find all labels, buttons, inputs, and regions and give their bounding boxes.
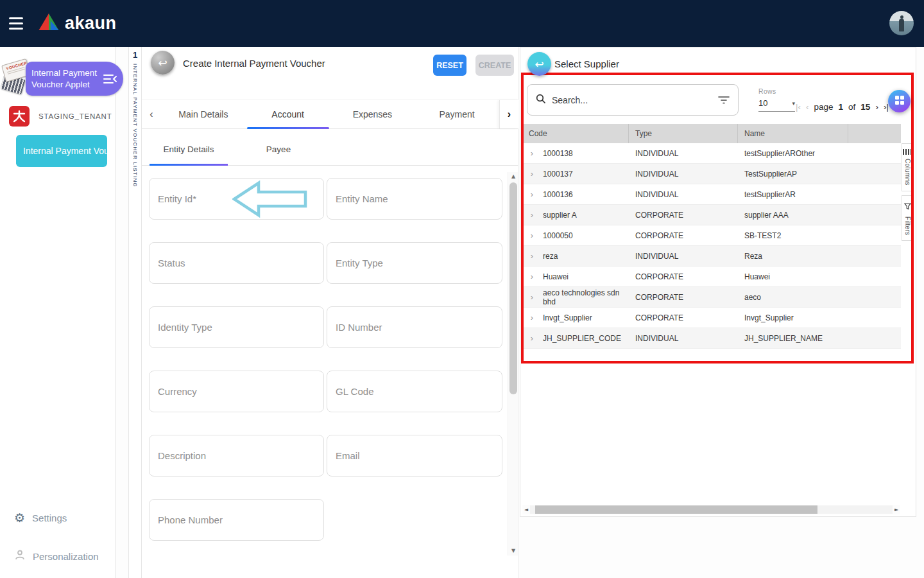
scroll-down-icon[interactable]: ▼ <box>508 547 518 556</box>
menu-icon[interactable] <box>9 17 23 30</box>
supplier-code: supplier A <box>543 211 629 220</box>
field-description[interactable]: Description <box>149 435 324 477</box>
tab-account[interactable]: Account <box>246 100 330 128</box>
columns-side-tab[interactable]: Columns <box>902 143 913 191</box>
next-page-icon[interactable]: › <box>875 102 878 112</box>
row-expand-icon[interactable]: › <box>521 148 543 158</box>
field-entity-name[interactable]: Entity Name <box>327 178 502 220</box>
listing-button[interactable]: Internal Payment Vouc <box>16 135 107 167</box>
tab-main-details[interactable]: Main Details <box>161 100 246 128</box>
brand-text: akaun <box>65 13 117 33</box>
supplier-row[interactable]: › 1000137 INDIVIDUAL TestSupplierAP <box>521 164 901 184</box>
supplier-name: aeco <box>738 293 848 302</box>
page-tab-number: 1 <box>129 47 141 60</box>
supplier-row[interactable]: › Invgt_Supplier CORPORATE Invgt_Supplie… <box>521 308 901 328</box>
pagination: |‹ ‹ page 1 of 15 › ›| <box>796 102 889 112</box>
row-expand-icon[interactable]: › <box>521 313 543 322</box>
tabs-scroll-left-icon[interactable]: ‹ <box>142 100 161 128</box>
supplier-name: supplier AAA <box>738 211 848 220</box>
applet-pill[interactable]: Internal Payment Voucher Applet <box>26 62 123 96</box>
tab-payment[interactable]: Payment <box>415 100 499 128</box>
field-currency[interactable]: Currency <box>149 371 324 412</box>
field-label: Email <box>336 450 360 461</box>
brand-triangle-icon <box>37 12 60 34</box>
subtab-entity-details[interactable]: Entity Details <box>144 133 234 165</box>
tab-expenses[interactable]: Expenses <box>330 100 415 128</box>
row-expand-icon[interactable]: › <box>521 189 543 199</box>
form-scrollbar[interactable]: ▲ ▼ <box>508 172 518 556</box>
field-entity-id[interactable]: Entity Id* <box>149 178 324 220</box>
row-expand-icon[interactable]: › <box>521 251 543 261</box>
filter-icon[interactable] <box>718 96 730 104</box>
filters-label: Filters <box>904 216 911 235</box>
sidebar-item-personalization[interactable]: Personalization <box>14 549 99 563</box>
filters-side-tab[interactable]: Filters <box>902 195 913 241</box>
main-tabs: ‹ Main DetailsAccountExpensesPayment › <box>142 100 518 129</box>
field-gl-code[interactable]: GL Code <box>327 371 502 412</box>
supplier-row[interactable]: › 1000136 INDIVIDUAL testSupplierAR <box>521 184 901 205</box>
person-icon <box>14 549 26 563</box>
user-avatar[interactable] <box>889 11 914 35</box>
column-header-empty <box>848 124 901 143</box>
scroll-right-icon[interactable]: ► <box>893 507 900 512</box>
supplier-row[interactable]: › aeco technologies sdn bhd CORPORATE ae… <box>521 287 901 308</box>
sidebar-item-settings[interactable]: ⚙ Settings <box>14 511 67 525</box>
row-expand-icon[interactable]: › <box>521 292 543 302</box>
scrollbar-thumb[interactable] <box>535 505 817 514</box>
subtab-payee[interactable]: Payee <box>234 133 323 165</box>
reset-button[interactable]: RESET <box>433 55 466 76</box>
of-word: of <box>848 102 855 112</box>
supplier-name: Invgt_Supplier <box>738 313 848 322</box>
menu-open-icon[interactable] <box>103 74 117 84</box>
field-phone-number[interactable]: Phone Number <box>149 499 324 541</box>
field-entity-type[interactable]: Entity Type <box>327 242 502 284</box>
supplier-row[interactable]: › reza INDIVIDUAL Reza <box>521 246 901 267</box>
applet-label: Internal Payment Voucher Applet <box>26 67 99 90</box>
prev-page-icon[interactable]: ‹ <box>806 102 809 112</box>
supplier-name: Huawei <box>738 272 848 281</box>
tenant-selector[interactable]: STAGING_TENANT <box>9 106 112 127</box>
search-input[interactable] <box>552 95 712 105</box>
table-header: Code Type Name <box>521 124 901 143</box>
row-expand-icon[interactable]: › <box>521 333 543 343</box>
scroll-left-icon[interactable]: ◄ <box>522 507 530 512</box>
field-label: Entity Id* <box>158 193 196 204</box>
row-expand-icon[interactable]: › <box>521 231 543 240</box>
scroll-up-icon[interactable]: ▲ <box>508 172 518 181</box>
field-identity-type[interactable]: Identity Type <box>149 306 324 348</box>
rows-label: Rows <box>758 87 776 95</box>
table-horizontal-scrollbar[interactable]: ◄ ► <box>522 505 900 514</box>
back-button[interactable]: ↩ <box>151 51 175 74</box>
row-expand-icon[interactable]: › <box>521 169 543 179</box>
supplier-row[interactable]: › JH_SUPPLIER_CODE INDIVIDUAL JH_SUPPLIE… <box>521 328 901 349</box>
grid-view-button[interactable] <box>888 90 911 112</box>
page-tab-strip[interactable]: 1 INTERNAL PAYMENT VOUCHER LISTING <box>128 47 142 578</box>
entity-form: Entity Id* Entity Name Status Entity Typ… <box>149 178 502 541</box>
rows-per-page-select[interactable]: 10 ▾ <box>758 98 795 112</box>
field-label: Phone Number <box>158 514 223 525</box>
sub-tabs: Entity DetailsPayee <box>142 133 518 166</box>
page-tab-label: INTERNAL PAYMENT VOUCHER LISTING <box>132 64 138 188</box>
supplier-row[interactable]: › Huawei CORPORATE Huawei <box>521 267 901 287</box>
supplier-type: CORPORATE <box>629 293 738 302</box>
row-expand-icon[interactable]: › <box>521 272 543 281</box>
supplier-back-button[interactable]: ↩ <box>527 52 551 76</box>
field-status[interactable]: Status <box>149 242 324 284</box>
first-page-icon[interactable]: |‹ <box>796 102 801 112</box>
field-id-number[interactable]: ID Number <box>327 306 502 348</box>
field-label: ID Number <box>336 322 382 333</box>
supplier-code: 1000138 <box>543 149 629 158</box>
scrollbar-thumb[interactable] <box>509 182 517 394</box>
row-expand-icon[interactable]: › <box>521 210 543 220</box>
supplier-name: JH_SUPPLIER_NAME <box>738 334 848 343</box>
rows-value: 10 <box>758 98 767 108</box>
page-word: page <box>814 102 834 112</box>
supplier-row[interactable]: › 1000050 CORPORATE SB-TEST2 <box>521 225 901 246</box>
supplier-row[interactable]: › supplier A CORPORATE supplier AAA <box>521 205 901 225</box>
select-supplier-panel: ↩ Select Supplier Rows 10 ▾ |‹ ‹ page 1 … <box>520 47 916 517</box>
supplier-row[interactable]: › 1000138 INDIVIDUAL testSupplierAROther <box>521 143 901 164</box>
scrollbar-track[interactable] <box>530 505 893 514</box>
tabs-scroll-right-icon[interactable]: › <box>499 100 518 128</box>
create-button[interactable]: CREATE <box>475 55 514 76</box>
field-email[interactable]: Email <box>327 435 502 477</box>
